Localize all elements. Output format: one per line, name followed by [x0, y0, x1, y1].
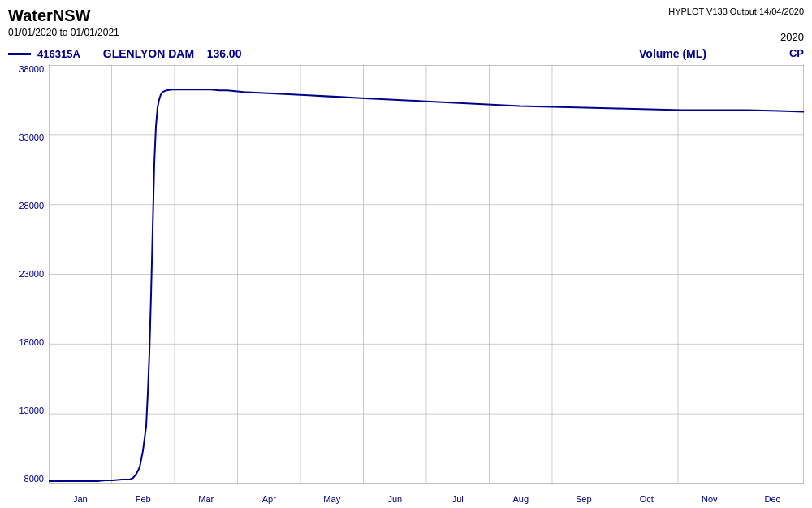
x-label-may: May [300, 494, 364, 504]
y-label-13000: 13000 [0, 406, 47, 415]
x-axis-labels: Jan Feb Mar Apr May Jun Jul Aug Sep Oct … [49, 494, 804, 504]
y-axis-title: Volume (ML) [639, 47, 706, 60]
chart-svg [49, 65, 804, 484]
hyplot-info: HYPLOT V133 Output 14/04/2020 [668, 7, 804, 16]
app-title: WaterNSW [8, 7, 90, 24]
x-label-jun: Jun [364, 494, 427, 504]
y-axis-labels: 38000 33000 28000 23000 18000 13000 8000 [0, 65, 47, 484]
y-label-8000: 8000 [0, 475, 47, 484]
y-label-23000: 23000 [0, 270, 47, 279]
x-label-oct: Oct [615, 494, 679, 504]
x-label-aug: Aug [490, 494, 553, 504]
x-label-feb: Feb [112, 494, 175, 504]
x-label-jul: Jul [426, 494, 490, 504]
date-range: 01/01/2020 to 01/01/2021 [8, 27, 804, 38]
y-label-33000: 33000 [0, 133, 47, 142]
dam-name: GLENLYON DAM 136.00 [103, 47, 242, 60]
y-label-38000: 38000 [0, 65, 47, 74]
y-label-18000: 18000 [0, 338, 47, 347]
legend-line-icon [8, 53, 31, 55]
x-label-jan: Jan [49, 494, 112, 504]
page: WaterNSW 01/01/2020 to 01/01/2021 HYPLOT… [0, 0, 812, 508]
y-label-28000: 28000 [0, 202, 47, 211]
x-label-dec: Dec [741, 494, 805, 504]
x-label-apr: Apr [238, 494, 301, 504]
legend-bar: 416315A GLENLYON DAM 136.00 Volume (ML) [8, 47, 804, 60]
year-label: 2020 [780, 31, 804, 43]
cp-label: CP [789, 47, 804, 59]
x-label-mar: Mar [175, 494, 238, 504]
x-label-nov: Nov [678, 494, 741, 504]
station-id: 416315A [37, 48, 80, 60]
chart-area [49, 65, 804, 484]
x-label-sep: Sep [552, 494, 615, 504]
